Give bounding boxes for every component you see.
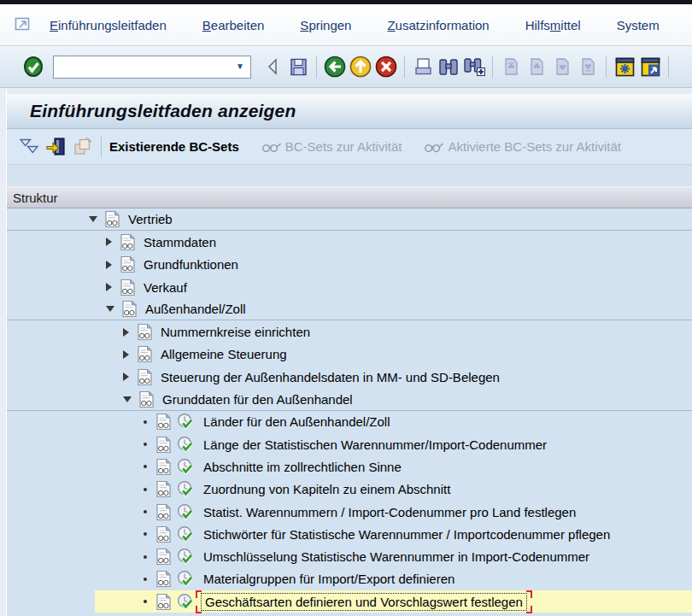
tree-row[interactable]: Vertrieb bbox=[7, 208, 692, 231]
tree-row-label[interactable]: Zuordnung von Kapiteln zu einem Abschnit… bbox=[201, 481, 453, 497]
app-toolbar-button[interactable]: Existierende BC-Sets bbox=[109, 139, 239, 154]
tree-row-label[interactable]: Verkauf bbox=[141, 279, 190, 296]
tree-row-label[interactable]: Länder für den Außenhandel/Zoll bbox=[201, 414, 393, 430]
documentation-icon[interactable] bbox=[120, 233, 136, 251]
command-field[interactable]: ▼ bbox=[53, 56, 251, 79]
create-shortcut-icon[interactable] bbox=[638, 55, 662, 79]
system-menu-icon[interactable] bbox=[14, 16, 32, 33]
app-toolbar-button[interactable]: BC-Sets zur Aktivität bbox=[261, 139, 402, 154]
expand-triangle-icon[interactable] bbox=[106, 283, 112, 291]
documentation-icon[interactable] bbox=[155, 503, 172, 521]
documentation-icon[interactable] bbox=[155, 548, 172, 566]
tree-row[interactable]: Länge der Statistischen Warennummer/Impo… bbox=[7, 433, 692, 455]
tree-row[interactable]: Außenhandel/Zoll bbox=[7, 298, 692, 320]
expand-triangle-icon[interactable] bbox=[123, 328, 129, 337]
documentation-icon[interactable] bbox=[155, 570, 172, 588]
tree-row-label[interactable]: Materialgruppen für Import/Export defini… bbox=[201, 571, 457, 587]
img-activity-icon[interactable] bbox=[177, 480, 196, 498]
tree-row-label[interactable]: Umschlüsselung Statistische Warennummer … bbox=[201, 549, 592, 565]
img-activity-icon[interactable] bbox=[177, 458, 196, 476]
position-icon[interactable] bbox=[44, 136, 67, 158]
menu-item[interactable]: Bearbeiten bbox=[202, 18, 265, 32]
tree-row-label[interactable]: Länge der Statistischen Warennummer/Impo… bbox=[201, 437, 549, 453]
previous-page-icon[interactable] bbox=[525, 55, 548, 79]
menu-item[interactable]: Springen bbox=[300, 18, 351, 32]
tree-row[interactable]: Stammdaten bbox=[7, 231, 692, 253]
cancel-icon[interactable] bbox=[374, 55, 398, 79]
find-next-icon[interactable] bbox=[462, 55, 486, 79]
tree-row[interactable]: Statist. Warennummern / Import-Codenumme… bbox=[7, 501, 692, 523]
expand-triangle-icon[interactable] bbox=[106, 261, 112, 269]
tree-row-label[interactable]: Allgemeine Steuerung bbox=[158, 346, 290, 362]
tree-row[interactable]: Grunddaten für den Außenhandel bbox=[7, 388, 692, 410]
tree-row[interactable]: Allgemeine Steuerung bbox=[7, 343, 692, 366]
documentation-icon[interactable] bbox=[138, 390, 155, 408]
documentation-icon[interactable] bbox=[120, 255, 136, 273]
collapse-triangle-icon[interactable] bbox=[106, 306, 114, 312]
img-activity-icon[interactable] bbox=[177, 548, 196, 566]
new-session-icon[interactable] bbox=[613, 55, 636, 79]
tree-row[interactable]: Materialgruppen für Import/Export defini… bbox=[7, 568, 692, 590]
img-activity-icon[interactable] bbox=[177, 436, 196, 454]
tree-row[interactable]: Zuordnung von Kapiteln zu einem Abschnit… bbox=[7, 478, 692, 501]
documentation-icon[interactable] bbox=[155, 593, 172, 611]
app-toolbar-button[interactable]: Aktivierte BC-Sets zur Aktivität bbox=[424, 139, 621, 154]
tree-row[interactable]: Abschnitte im zollrechtlichen Sinne bbox=[7, 455, 692, 478]
tree-row[interactable]: Steuerung der Außenhandelsdaten in MM- u… bbox=[7, 366, 692, 388]
tree-row[interactable]: Umschlüsselung Statistische Warennummer … bbox=[7, 545, 692, 567]
menu-item[interactable]: Hilfsmittel bbox=[525, 18, 581, 32]
img-activity-icon[interactable] bbox=[177, 525, 196, 543]
back-icon[interactable] bbox=[323, 55, 347, 79]
first-page-icon[interactable] bbox=[499, 55, 523, 79]
tree-row[interactable]: Nummernkreise einrichten bbox=[7, 320, 692, 343]
last-page-icon[interactable] bbox=[576, 55, 600, 79]
next-page-icon[interactable] bbox=[550, 55, 574, 79]
documentation-icon[interactable] bbox=[155, 458, 172, 476]
tree-row-label[interactable]: Nummernkreise einrichten bbox=[158, 324, 313, 340]
enter-icon[interactable] bbox=[21, 55, 45, 79]
documentation-icon[interactable] bbox=[137, 345, 153, 363]
img-activity-icon[interactable] bbox=[177, 570, 196, 588]
tree-row-label[interactable]: Außenhandel/Zoll bbox=[143, 301, 249, 317]
tree-row[interactable]: Verkauf bbox=[7, 276, 692, 298]
selected-tree-row-label[interactable]: Geschäftsarten definieren und Vorschlags… bbox=[201, 593, 527, 611]
expand-triangle-icon[interactable] bbox=[106, 238, 112, 246]
tree-row-label[interactable]: Statist. Warennummern / Import-Codenumme… bbox=[201, 504, 578, 520]
collapse-triangle-icon[interactable] bbox=[89, 216, 97, 222]
collapse-triangle-icon[interactable] bbox=[123, 396, 132, 402]
expand-triangle-icon[interactable] bbox=[123, 373, 129, 381]
documentation-icon[interactable] bbox=[120, 279, 136, 296]
documentation-icon[interactable] bbox=[155, 480, 172, 498]
documentation-icon[interactable] bbox=[137, 323, 153, 341]
filter-icon[interactable] bbox=[17, 136, 41, 158]
tree-row-label[interactable]: Stammdaten bbox=[141, 234, 219, 250]
documentation-icon[interactable] bbox=[155, 413, 172, 431]
documentation-icon[interactable] bbox=[137, 368, 153, 386]
tree-row[interactable]: Länder für den Außenhandel/Zoll bbox=[7, 411, 692, 433]
tree-row[interactable]: Grundfunktionen bbox=[7, 254, 692, 276]
tree-row-label[interactable]: Abschnitte im zollrechtlichen Sinne bbox=[201, 459, 404, 475]
exit-icon[interactable] bbox=[349, 55, 372, 79]
documentation-icon[interactable] bbox=[155, 436, 172, 454]
tree-row-label[interactable]: Grundfunktionen bbox=[141, 256, 241, 273]
collapse-command-field-icon[interactable] bbox=[261, 55, 284, 79]
img-activity-icon[interactable] bbox=[177, 503, 196, 521]
img-activity-icon[interactable] bbox=[177, 413, 196, 431]
documentation-icon[interactable] bbox=[121, 300, 138, 318]
tree-row[interactable]: Geschäftsarten definieren und Vorschlags… bbox=[7, 590, 692, 613]
tree-row-label[interactable]: Stichwörter für Statistische Warennummer… bbox=[201, 526, 613, 543]
command-dropdown-icon[interactable]: ▼ bbox=[236, 62, 250, 71]
command-input[interactable] bbox=[54, 58, 236, 76]
documentation-icon[interactable] bbox=[155, 525, 172, 543]
tree-row-label[interactable]: Grunddaten für den Außenhandel bbox=[160, 391, 355, 408]
tree-row-label[interactable]: Vertrieb bbox=[126, 211, 175, 227]
documentation-icon[interactable] bbox=[104, 210, 120, 228]
menu-item[interactable]: Zusatzinformation bbox=[387, 18, 489, 32]
tree-row-label[interactable]: Steuerung der Außenhandelsdaten in MM- u… bbox=[158, 369, 502, 385]
save-icon[interactable] bbox=[286, 55, 310, 79]
find-icon[interactable] bbox=[437, 55, 460, 79]
tree-row[interactable]: Stichwörter für Statistische Warennummer… bbox=[7, 523, 692, 545]
menu-item[interactable]: System bbox=[617, 18, 660, 32]
menu-item[interactable]: Einführungsleitfaden bbox=[50, 18, 167, 32]
img-activity-icon[interactable] bbox=[177, 593, 196, 611]
